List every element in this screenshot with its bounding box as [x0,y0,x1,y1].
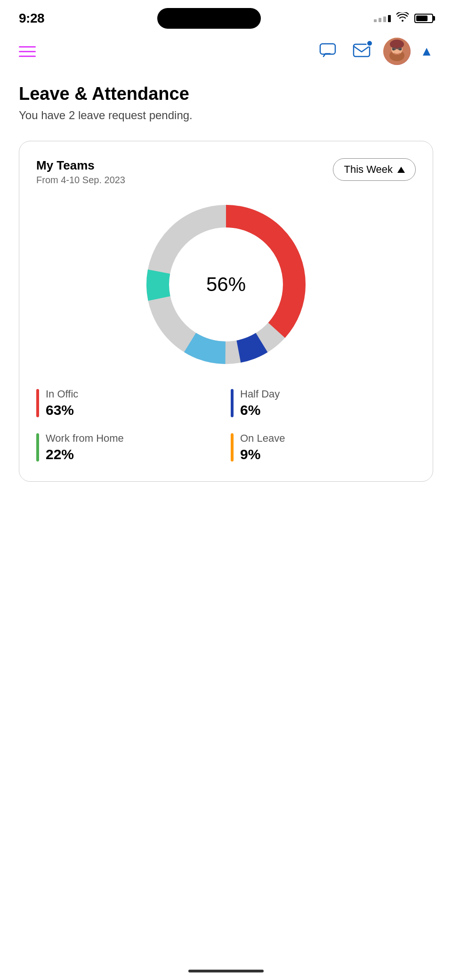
dynamic-island [157,8,261,29]
legend-label-wfh: Work from Home [46,432,124,445]
card-title-block: My Teams From 4-10 Sep. 2023 [36,158,125,186]
hamburger-menu-button[interactable] [19,46,36,57]
legend-value-wfh: 22% [46,446,124,462]
attendance-card: My Teams From 4-10 Sep. 2023 This Week [19,141,433,482]
top-nav: ▲ [0,33,452,74]
page-subtitle: You have 2 leave request pending. [19,109,433,122]
card-subtitle: From 4-10 Sep. 2023 [36,175,125,186]
nav-right: ▲ [315,38,433,65]
page-header: Leave & Attendance You have 2 leave requ… [0,74,452,127]
legend-label-on-leave: On Leave [240,432,285,445]
page-title: Leave & Attendance [19,84,433,104]
status-bar: 9:28 [0,0,452,33]
chevron-up-icon[interactable]: ▲ [420,44,433,59]
signal-icon [374,15,391,22]
legend-value-on-leave: 9% [240,446,285,462]
svg-point-5 [390,40,404,49]
legend-label-half-day: Half Day [240,388,280,400]
legend-grid: In Offic 63% Half Day 6% Work from Home … [36,388,416,462]
svg-rect-1 [354,44,370,57]
legend-item-half-day: Half Day 6% [231,388,416,418]
legend-item-on-leave: On Leave 9% [231,432,416,462]
donut-center-value: 56% [206,273,246,296]
legend-label-in-office: In Offic [46,388,78,400]
legend-bar-half-day [231,389,234,417]
legend-value-half-day: 6% [240,402,280,418]
svg-rect-0 [320,44,335,54]
donut-chart: 56% [141,200,311,369]
dropdown-triangle-icon [397,167,405,173]
chat-button[interactable] [315,39,340,64]
legend-bar-on-leave [231,433,234,462]
donut-chart-container: 56% [36,200,416,369]
mail-notification-badge [366,40,373,47]
battery-icon [414,14,433,23]
card-header: My Teams From 4-10 Sep. 2023 This Week [36,158,416,186]
home-indicator [188,970,264,972]
legend-bar-in-office [36,389,39,417]
chat-icon [319,41,337,61]
avatar[interactable] [383,38,411,65]
mail-button[interactable] [349,39,374,64]
status-time: 9:28 [19,11,44,26]
legend-item-wfh: Work from Home 22% [36,432,221,462]
status-icons [374,12,433,24]
card-title: My Teams [36,158,125,173]
this-week-button[interactable]: This Week [333,158,416,181]
wifi-icon [396,12,409,24]
legend-value-in-office: 63% [46,402,78,418]
legend-item-in-office: In Offic 63% [36,388,221,418]
legend-bar-wfh [36,433,39,462]
